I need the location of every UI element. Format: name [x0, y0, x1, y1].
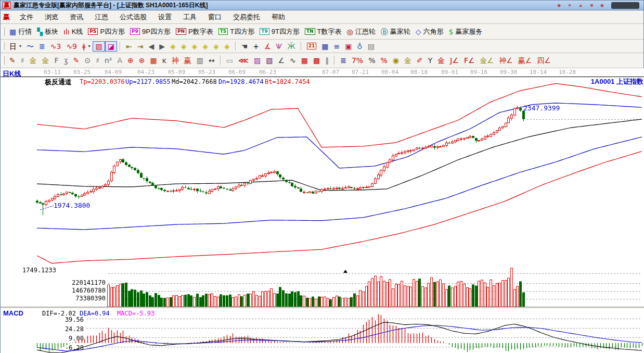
notes-button[interactable]: ≡ — [331, 41, 342, 52]
trend-window-button[interactable]: 〜 — [24, 41, 36, 52]
jump-start-button[interactable]: ⇤ — [123, 41, 135, 52]
draw-gold-circle-button[interactable]: ◉ — [390, 55, 402, 66]
draw-k-quote-button[interactable]: ĸ — [160, 55, 169, 66]
draw-box-tool-button[interactable]: ▭ — [224, 55, 236, 66]
draw-n2-button[interactable]: n² — [102, 55, 115, 66]
scroll-right-diamond-button[interactable]: ◈ — [178, 41, 189, 52]
winner-service-button[interactable]: $赢家服务 — [446, 26, 485, 37]
draw-si-angle-button[interactable]: 四∠ — [534, 55, 553, 66]
angle-measure-button[interactable]: ∡ — [262, 41, 274, 52]
draw-fan-box-button[interactable]: ▨ — [251, 55, 263, 66]
gann-wheel-button[interactable]: ◎江恩轮 — [344, 26, 378, 37]
wave-3-button[interactable]: ∿3 — [48, 41, 64, 52]
draw-angle-lines-button[interactable]: ∠ — [275, 55, 287, 66]
draw-gann-fan-button[interactable]: ⋘ — [236, 55, 251, 66]
menu-gann[interactable]: 江恩 — [89, 12, 114, 22]
draw-shen-button[interactable]: 神 — [169, 55, 182, 66]
p-square-button[interactable]: PSP四方形 — [85, 26, 127, 37]
period-day-dropdown[interactable]: 日▾ — [7, 41, 24, 52]
pattern-match-button[interactable]: Ӝ — [285, 41, 298, 52]
draw-clock-button[interactable]: ⊙ — [82, 55, 93, 66]
titlebar-tool-1-icon[interactable]: ◆ — [557, 3, 561, 8]
menu-window[interactable]: 窗口 — [202, 12, 227, 22]
page-right-button[interactable]: ▶ — [157, 41, 168, 52]
draw-percent-button[interactable]: % — [366, 55, 378, 66]
page-left-button[interactable]: ◀ — [146, 41, 157, 52]
crosshair-tool-button[interactable]: + — [250, 41, 262, 52]
draw-width-arrows-button[interactable]: ↔ — [206, 55, 217, 66]
menu-settings[interactable]: 设置 — [152, 12, 177, 22]
menu-formula-stock-pick[interactable]: 公式选股 — [114, 12, 152, 22]
draw-percent-red-button[interactable]: % — [378, 55, 390, 66]
draw-grid-arrow-button[interactable]: ▩ — [311, 55, 323, 66]
zoom-out-diamond-button[interactable]: ◈ — [222, 41, 233, 52]
network-button[interactable]: ♁ — [354, 41, 365, 52]
draw-ruler-button[interactable]: ▥ — [194, 55, 206, 66]
kline-button[interactable]: ılıK线 — [61, 26, 85, 37]
menu-browse[interactable]: 浏览 — [39, 12, 64, 22]
calendar-button[interactable]: 21 — [304, 42, 319, 51]
p9-square-button[interactable]: P99P四方形 — [127, 26, 173, 37]
draw-fan-dark-button[interactable]: ▧ — [263, 55, 275, 66]
save-button[interactable]: ▣ — [342, 41, 354, 52]
draw-grid-dense-button[interactable]: ▦ — [299, 55, 311, 66]
volume-pane-button[interactable]: ◪ — [105, 41, 117, 52]
t-square-button[interactable]: TST四方形 — [216, 26, 257, 37]
draw-parallel-lines-button[interactable]: ∥ — [323, 55, 331, 66]
print-button[interactable]: ▤ — [365, 41, 377, 52]
draw-pencil-button[interactable]: ✎ — [7, 55, 18, 66]
hand-drag-tool-button[interactable]: ☚ — [239, 41, 251, 52]
draw-hash-2-button[interactable]: ♯ — [93, 55, 102, 66]
draw-f-tool-button[interactable]: F — [52, 55, 61, 66]
draw-gold-gann-1-button[interactable]: 金 — [27, 55, 40, 66]
zoom-in-diamond-button[interactable]: ◈ — [211, 41, 222, 52]
titlebar-tool-4-icon[interactable]: ■ — [590, 3, 593, 8]
t-number-table-button[interactable]: TNT数字表 — [302, 26, 344, 37]
sectors-button[interactable]: ▚板块 — [34, 26, 61, 37]
compress-diamond-button[interactable]: ◈ — [200, 41, 211, 52]
winner-wheel-button[interactable]: Ⓑ赢家轮 — [378, 26, 413, 37]
draw-ying-button[interactable]: 赢 — [182, 55, 194, 66]
hexagon-button[interactable]: ◇六角形 — [413, 26, 446, 37]
draw-percent-list-button[interactable]: ≣ — [338, 55, 349, 66]
draw-hash-button[interactable]: ♯ — [18, 55, 27, 66]
draw-shen-angle-button[interactable]: 神∠ — [496, 55, 516, 66]
draw-box-grid-button[interactable]: ▦ — [147, 55, 159, 66]
titlebar-tool-2-icon[interactable]: ● — [568, 3, 571, 8]
draw-y-tool-button[interactable]: Y — [426, 55, 435, 66]
info-panel-button[interactable]: ≣ — [36, 41, 48, 52]
draw-circle-cross-button[interactable]: ⊕ — [125, 55, 136, 66]
draw-brush-red-button[interactable]: ✎ — [71, 55, 82, 66]
draw-gold-angle-button[interactable]: 金∠ — [478, 55, 497, 66]
menu-tools[interactable]: 工具 — [177, 12, 202, 22]
titlebar-tool-5-icon[interactable]: ◆ — [600, 3, 604, 8]
menu-help[interactable]: 帮助 — [266, 12, 291, 22]
menu-news[interactable]: 资讯 — [64, 12, 89, 22]
menu-file[interactable]: 文件 — [14, 12, 39, 22]
gann-emperor-tool-button[interactable]: Ѱ — [274, 41, 285, 52]
draw-spiral-button[interactable]: ʒ — [61, 55, 71, 66]
t9-square-button[interactable]: T99T四方形 — [257, 26, 302, 37]
draw-j-angle-button[interactable]: J∠ — [447, 55, 461, 66]
candle-style-dropdown[interactable]: ǂ▾ — [80, 41, 93, 52]
menu-trade-order[interactable]: 交易委托 — [227, 12, 266, 22]
pattern-box-button[interactable]: ▨ — [93, 41, 105, 52]
draw-a-line-button[interactable]: A — [114, 55, 125, 66]
scroll-left-diamond-button[interactable]: ◈ — [168, 41, 178, 52]
calculator-button[interactable]: ▦ — [319, 41, 331, 52]
quotes-button[interactable]: ▦行情 — [7, 26, 34, 37]
draw-zigzag-button[interactable]: ∿ — [287, 55, 299, 66]
draw-pen-red-button[interactable]: ✐ — [414, 55, 426, 66]
titlebar-tool-3-icon[interactable]: ▲ — [578, 3, 583, 8]
p-number-table-button[interactable]: PNP数字表 — [173, 26, 216, 37]
draw-seven-percent-button[interactable]: 7% — [349, 55, 366, 66]
draw-f-angle-button[interactable]: F∠ — [461, 55, 478, 66]
wave-9-button[interactable]: ∿9 — [63, 41, 80, 52]
draw-gold-line-button[interactable]: 金 — [402, 55, 414, 66]
expand-horizontal-diamond-button[interactable]: ◈ — [189, 41, 200, 52]
draw-ying-angle-button[interactable]: 赢∠ — [516, 55, 535, 66]
draw-gold-red-button[interactable]: 金 — [435, 55, 447, 66]
jump-end-button[interactable]: ⇥ — [135, 41, 146, 52]
draw-star-grid-button[interactable]: ⊛ — [136, 55, 148, 66]
draw-gold-gann-2-button[interactable]: 金 — [40, 55, 52, 66]
